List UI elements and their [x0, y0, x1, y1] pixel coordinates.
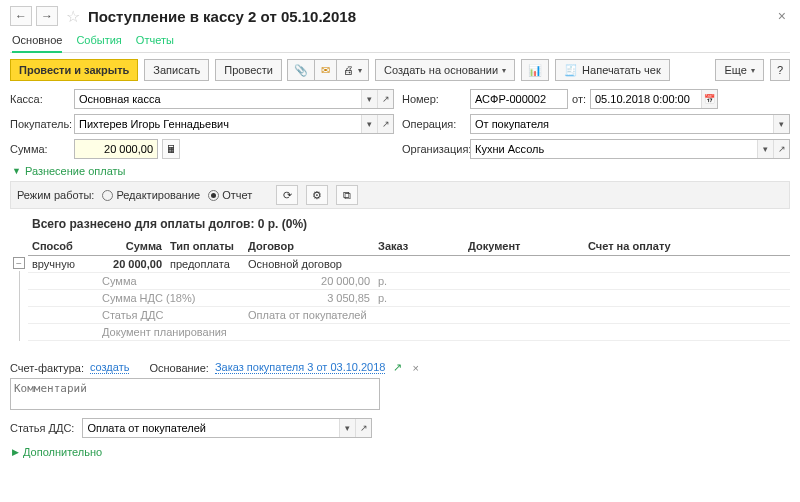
basis-document-link[interactable]: Заказ покупателя 3 от 03.10.2018: [215, 361, 386, 374]
label-basis: Основание:: [149, 362, 208, 374]
label-buyer: Покупатель:: [10, 118, 66, 130]
calendar-icon[interactable]: 📅: [701, 90, 717, 108]
nav-forward-button[interactable]: →: [36, 6, 58, 26]
tab-reports[interactable]: Отчеты: [136, 34, 174, 46]
input-buyer-field[interactable]: [75, 115, 361, 133]
clear-basis-icon[interactable]: ×: [412, 362, 418, 374]
allocation-table: Способ Сумма Тип оплаты Договор Заказ До…: [28, 237, 790, 341]
input-number[interactable]: [470, 89, 568, 109]
additional-section-label: Дополнительно: [23, 446, 102, 458]
save-button[interactable]: Записать: [144, 59, 209, 81]
print-receipt-button[interactable]: 🧾Напечатать чек: [555, 59, 670, 81]
input-buyer[interactable]: ▾ ↗: [74, 114, 394, 134]
open-icon[interactable]: ↗: [355, 419, 371, 437]
allocation-section-title: Разнесение оплаты: [25, 165, 126, 177]
input-org-field[interactable]: [471, 140, 757, 158]
label-invoice: Счет-фактура:: [10, 362, 84, 374]
open-icon[interactable]: ↗: [377, 115, 393, 133]
create-invoice-link[interactable]: создать: [90, 361, 129, 374]
post-and-close-button[interactable]: Провести и закрыть: [10, 59, 138, 81]
sub-row-vat: Сумма НДС (18%) 3 050,85 р.: [28, 290, 790, 307]
label-org: Организация:: [402, 143, 462, 155]
col-order[interactable]: Заказ: [374, 237, 464, 256]
label-number: Номер:: [402, 93, 462, 105]
label-sum: Сумма:: [10, 143, 66, 155]
open-icon[interactable]: ↗: [773, 140, 789, 158]
input-date[interactable]: 📅: [590, 89, 718, 109]
nav-back-button[interactable]: ←: [10, 6, 32, 26]
allocation-section-toggle[interactable]: ▼ Разнесение оплаты: [12, 165, 790, 177]
input-dds-field[interactable]: [83, 419, 339, 437]
post-button[interactable]: Провести: [215, 59, 282, 81]
additional-section-toggle[interactable]: ▶ Дополнительно: [12, 446, 790, 458]
close-icon[interactable]: ×: [774, 8, 790, 24]
col-document[interactable]: Документ: [464, 237, 584, 256]
input-operation-field[interactable]: [471, 115, 773, 133]
sub-row-dds: Статья ДДС Оплата от покупателей: [28, 307, 790, 324]
label-mode: Режим работы:: [17, 189, 94, 201]
filter-icon[interactable]: ⧉: [336, 185, 358, 205]
input-operation[interactable]: ▾: [470, 114, 790, 134]
label-dds: Статья ДДС:: [10, 422, 74, 434]
input-cash[interactable]: ▾ ↗: [74, 89, 394, 109]
tab-main[interactable]: Основное: [12, 34, 62, 53]
label-cash: Касса:: [10, 93, 66, 105]
dropdown-icon[interactable]: ▾: [339, 419, 355, 437]
radio-edit-mode[interactable]: Редактирование: [102, 189, 200, 201]
favorite-star-icon[interactable]: ☆: [66, 7, 80, 26]
toolbar: Провести и закрыть Записать Провести 📎 ✉…: [10, 59, 790, 81]
open-basis-icon[interactable]: ↗: [393, 361, 402, 374]
col-invoice[interactable]: Счет на оплату: [584, 237, 790, 256]
input-dds[interactable]: ▾ ↗: [82, 418, 372, 438]
input-date-field[interactable]: [591, 90, 701, 108]
col-method[interactable]: Способ: [28, 237, 98, 256]
col-paytype[interactable]: Тип оплаты: [166, 237, 244, 256]
dropdown-icon[interactable]: ▾: [361, 90, 377, 108]
dropdown-icon[interactable]: ▾: [361, 115, 377, 133]
radio-report-mode[interactable]: Отчет: [208, 189, 252, 201]
label-date-from: от:: [572, 93, 586, 105]
tabs-bar: Основное События Отчеты: [10, 30, 790, 53]
comment-textarea[interactable]: [10, 378, 380, 410]
col-contract[interactable]: Договор: [244, 237, 374, 256]
tab-events[interactable]: События: [76, 34, 121, 46]
table-row[interactable]: вручную 20 000,00 предоплата Основной до…: [28, 256, 790, 273]
label-operation: Операция:: [402, 118, 462, 130]
settings-icon[interactable]: ⚙: [306, 185, 328, 205]
calculator-icon[interactable]: 🖩: [162, 139, 180, 159]
help-button[interactable]: ?: [770, 59, 790, 81]
refresh-icon[interactable]: ⟳: [276, 185, 298, 205]
col-sum[interactable]: Сумма: [98, 237, 166, 256]
chevron-down-icon: ▼: [12, 166, 21, 176]
sub-row-sum: Сумма 20 000,00 р.: [28, 273, 790, 290]
input-cash-field[interactable]: [75, 90, 361, 108]
attach-icon[interactable]: 📎: [287, 59, 315, 81]
input-sum[interactable]: [74, 139, 158, 159]
dropdown-icon[interactable]: ▾: [757, 140, 773, 158]
dropdown-icon[interactable]: ▾: [773, 115, 789, 133]
page-title: Поступление в кассу 2 от 05.10.2018: [88, 8, 356, 25]
mail-icon[interactable]: ✉: [314, 59, 337, 81]
more-button[interactable]: Еще▾: [715, 59, 763, 81]
report-icon[interactable]: 📊: [521, 59, 549, 81]
open-icon[interactable]: ↗: [377, 90, 393, 108]
input-org[interactable]: ▾ ↗: [470, 139, 790, 159]
allocation-summary: Всего разнесено для оплаты долгов: 0 р. …: [32, 217, 790, 231]
chevron-right-icon: ▶: [12, 447, 19, 457]
create-based-on-button[interactable]: Создать на основании▾: [375, 59, 515, 81]
print-icon[interactable]: 🖨▾: [336, 59, 369, 81]
collapse-row-icon[interactable]: −: [13, 257, 25, 269]
input-number-field[interactable]: [471, 90, 567, 108]
sub-row-plan: Документ планирования: [28, 324, 790, 341]
